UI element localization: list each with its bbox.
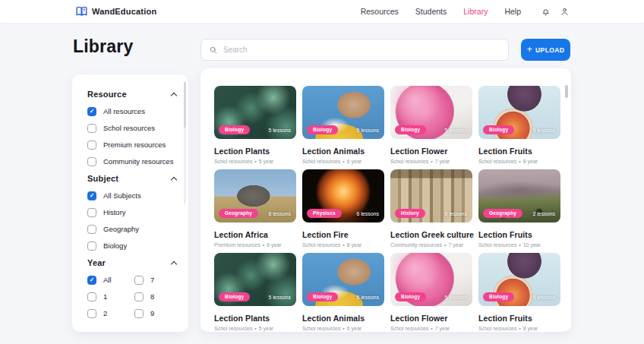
subject-badge: Geography (219, 209, 258, 219)
card-title: Lection Greek culture (390, 230, 472, 239)
checkbox[interactable]: ✓ (87, 107, 96, 116)
checkbox[interactable] (87, 124, 96, 133)
library-card-lection-plants-8[interactable]: Biology 5 lessons Lection Plants Schol r… (214, 253, 296, 331)
top-navbar: WandEducation ResourcesStudentsLibraryHe… (0, 0, 644, 23)
checkbox[interactable] (87, 241, 96, 251)
card-resource-type: Schol resources (214, 159, 252, 164)
filters-sidebar: Resource ✓ All resources Schol resources… (72, 74, 188, 332)
lessons-count: 2 lessons (532, 211, 555, 216)
library-card-lection-africa-4[interactable]: Geography 8 lessons Lection Africa Premi… (214, 169, 296, 248)
library-card-lection-fire-5[interactable]: Physiscs 6 lessons Lection Fire Schol re… (302, 169, 384, 248)
user-account-icon[interactable] (560, 7, 570, 17)
checkbox[interactable]: ✓ (87, 276, 96, 285)
filter-section-header[interactable]: Resource (87, 90, 178, 99)
meta-separator: • (444, 242, 446, 248)
sidebar-scrollbar-thumb[interactable] (184, 82, 186, 128)
card-title: Lection Fruits (478, 147, 560, 156)
checkbox[interactable] (134, 292, 144, 301)
filter-item-label: 8 (150, 292, 154, 301)
checkbox[interactable] (87, 157, 96, 166)
filter-item-biology[interactable]: Biology (87, 241, 178, 251)
nav-item-library[interactable]: Library (463, 7, 488, 16)
lessons-count: 5 lessons (532, 295, 555, 300)
nav-item-resources[interactable]: Resources (361, 7, 399, 16)
checkbox[interactable] (87, 140, 96, 150)
meta-separator: • (343, 242, 344, 248)
card-year: 7 year (435, 159, 450, 164)
panel-scrollbar-thumb[interactable] (565, 85, 568, 98)
library-card-lection-flower-10[interactable]: Biology 5 lessons Lection Flower Schol r… (390, 253, 472, 331)
subject-badge: Biology (483, 125, 514, 135)
checkbox[interactable] (87, 225, 96, 234)
checkbox[interactable] (87, 292, 96, 301)
library-card-lection-fruits-7[interactable]: Geography 2 lessons Lection Fruits Schol… (478, 169, 560, 248)
filter-item-label: Biology (103, 241, 127, 250)
filter-item-1[interactable]: 1 (87, 292, 134, 301)
filter-section-header[interactable]: Year (87, 258, 178, 267)
search-input[interactable] (223, 46, 500, 54)
filter-item-community-resources[interactable]: Community resources (87, 156, 178, 166)
card-resource-type: Schol resources (478, 242, 516, 248)
card-meta: Schol resources•5 year (214, 159, 296, 164)
subject-badge: Biology (307, 125, 338, 135)
filter-item-9[interactable]: 9 (134, 308, 178, 318)
filter-item-label: 2 (103, 309, 107, 317)
library-card-lection-animals-9[interactable]: Biology 5 lessons Lection Animals Schol … (302, 253, 384, 331)
filter-item-all[interactable]: ✓ All (87, 275, 134, 285)
meta-separator: • (343, 326, 344, 331)
library-card-lection-animals-1[interactable]: Biology 5 lessons Lection Animals Schol … (302, 86, 384, 164)
card-title: Lection Animals (302, 147, 384, 156)
chevron-up-icon (171, 260, 177, 267)
filter-item-label: 7 (150, 276, 154, 284)
subject-badge: Biology (483, 292, 514, 302)
library-card-lection-fruits-11[interactable]: Biology 5 lessons Lection Fruits Schol r… (478, 253, 560, 331)
card-year: 8 year (347, 242, 361, 248)
checkbox[interactable] (87, 208, 96, 217)
filter-section-header[interactable]: Subject (87, 174, 178, 183)
filter-item-label: All resources (103, 107, 145, 115)
card-resource-type: Schol resources (214, 326, 252, 331)
chevron-up-icon (171, 176, 177, 182)
nav-item-help[interactable]: Help (504, 7, 521, 16)
card-meta: Schol resources•10 year (478, 242, 560, 248)
filter-item-2[interactable]: 2 (87, 308, 134, 318)
notification-bell-icon[interactable] (541, 7, 551, 17)
brand-logo[interactable]: WandEducation (76, 6, 156, 17)
checkbox[interactable] (134, 309, 144, 318)
filter-item-label: Premium resources (103, 140, 166, 149)
nav-item-students[interactable]: Students (415, 7, 447, 16)
library-card-lection-greek-culture-6[interactable]: History 6 lessons Lection Greek culture … (390, 169, 472, 248)
check-icon: ✓ (90, 109, 95, 115)
filter-section-title: Resource (87, 90, 127, 99)
checkbox[interactable] (87, 309, 96, 318)
upload-button[interactable]: + UPLOAD (521, 39, 570, 61)
checkbox[interactable]: ✓ (87, 191, 96, 200)
card-resource-type: Schol resources (302, 326, 340, 331)
upload-label: UPLOAD (535, 46, 564, 54)
filter-item-schol-resources[interactable]: Schol resources (87, 123, 178, 133)
plus-icon: + (527, 45, 532, 54)
library-card-lection-flower-2[interactable]: Biology 5 lessons Lection Flower Schol r… (390, 86, 472, 164)
card-year: 6 year (267, 242, 281, 248)
lessons-count: 6 lessons (444, 211, 467, 216)
subject-badge: Physiscs (307, 209, 342, 219)
filter-item-geography[interactable]: Geography (87, 224, 178, 234)
card-meta: Premium resources•6 year (214, 242, 296, 248)
library-card-lection-plants-0[interactable]: Biology 5 lessons Lection Plants Schol r… (214, 86, 296, 164)
card-meta: Schol resources•6 year (302, 159, 384, 164)
card-title: Lection Animals (302, 314, 384, 323)
subject-badge: Geography (483, 209, 522, 219)
filter-item-all-subjects[interactable]: ✓ All Subjects (87, 191, 178, 200)
lessons-count: 5 lessons (356, 295, 379, 300)
subject-badge: History (395, 209, 425, 219)
filter-item-premium-resources[interactable]: Premium resources (87, 140, 178, 150)
filter-item-history[interactable]: History (87, 207, 178, 217)
subject-badge: Biology (219, 292, 250, 302)
filter-item-all-resources[interactable]: ✓ All resources (87, 106, 178, 116)
search-bar (200, 39, 509, 61)
filter-item-8[interactable]: 8 (134, 292, 178, 301)
library-card-lection-fruits-3[interactable]: Biology 5 lessons Lection Fruits Schol r… (478, 86, 560, 164)
filter-item-7[interactable]: 7 (134, 275, 178, 285)
filter-items: ✓ All resources Schol resources Premium … (87, 106, 178, 166)
checkbox[interactable] (134, 276, 144, 285)
